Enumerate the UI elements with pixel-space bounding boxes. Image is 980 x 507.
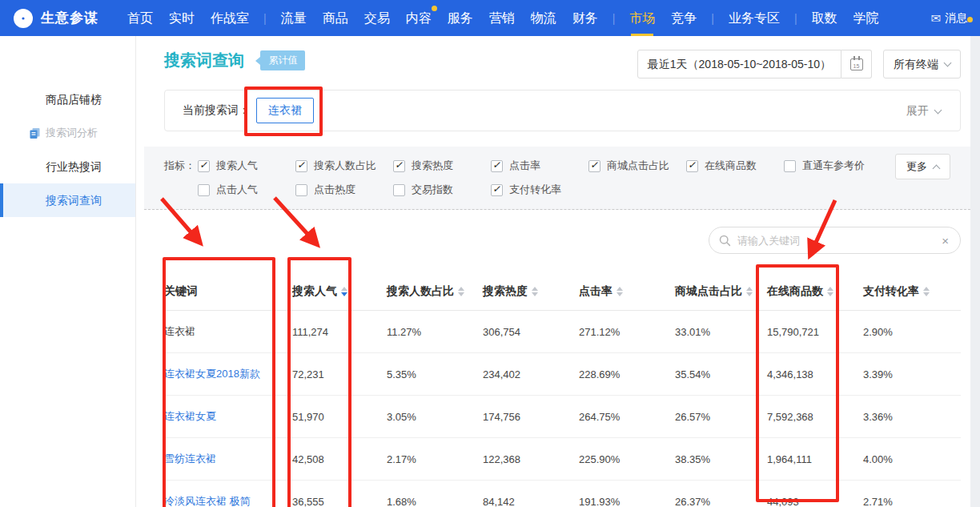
nav-item-traffic[interactable]: 流量 — [281, 0, 307, 36]
date-range-selector[interactable]: 最近1天（2018-05-10~2018-05-10） — [637, 50, 841, 78]
table-row: 连衣裙女夏 51,970 3.05% 174,756 264.75% 26.57… — [164, 396, 961, 438]
cumulative-badge: 累计值 — [260, 50, 305, 70]
keyword-search-box: × — [709, 227, 961, 254]
metric-checkbox-ztc-price[interactable]: 直通车参考价 — [784, 159, 882, 173]
top-navbar: 生意参谋 首页 实时 作战室 | 流量 商品 交易 内容 服务 营销 物流 财务… — [0, 0, 980, 36]
checkbox[interactable] — [295, 184, 307, 196]
nav-divider: | — [263, 12, 267, 25]
checkbox[interactable] — [295, 160, 307, 172]
metrics-selector: 指标： 搜索人气 搜索人数占比 搜索热度 点击率 商城点击占比 在线商品数 直通… — [144, 147, 970, 210]
right-gutter — [970, 36, 980, 507]
expand-toggle[interactable]: 展开 — [906, 91, 941, 132]
metrics-row-1: 指标： 搜索人气 搜索人数占比 搜索热度 点击率 商城点击占比 在线商品数 直通… — [164, 157, 970, 175]
nav-item-trade[interactable]: 交易 — [364, 0, 390, 36]
sort-icon[interactable] — [341, 287, 347, 296]
keyword-link[interactable]: 连衣裙女夏 — [164, 396, 292, 438]
sort-icon[interactable] — [746, 287, 753, 296]
sidebar-item-search-word-analysis[interactable]: 搜索词分析 — [0, 116, 135, 150]
metric-checkbox-searcher-ratio[interactable]: 搜索人数占比 — [295, 159, 393, 173]
nav-item-data-extract[interactable]: 取数 — [812, 0, 837, 36]
column-header-keyword: 关键词 — [164, 272, 292, 311]
checkbox[interactable] — [198, 184, 210, 196]
nav-divider: | — [612, 12, 616, 25]
keyword-link[interactable]: 冷淡风连衣裙 极简 — [164, 481, 292, 507]
column-header-pay-conversion[interactable]: 支付转化率 — [863, 272, 961, 311]
notification-dot — [432, 6, 437, 11]
nav-item-business-zone[interactable]: 业务专区 — [729, 0, 780, 36]
nav-item-market[interactable]: 市场 — [629, 0, 655, 36]
sort-icon[interactable] — [617, 287, 623, 296]
column-header-search-heat[interactable]: 搜索热度 — [483, 272, 579, 311]
current-keyword-tag[interactable]: 连衣裙 — [256, 98, 314, 123]
current-search-word-label: 当前搜索词： — [183, 103, 250, 118]
metric-checkbox-trade-index[interactable]: 交易指数 — [393, 183, 491, 197]
metric-checkbox-search-heat[interactable]: 搜索热度 — [393, 159, 491, 173]
checkbox[interactable] — [686, 160, 698, 172]
keyword-cell: 连衣裙 — [164, 311, 292, 353]
checkbox[interactable] — [491, 160, 503, 172]
metrics-row-2: 点击人气 点击热度 交易指数 支付转化率 — [164, 181, 970, 199]
table-row: 雪纺连衣裙 42,508 2.17% 122,368 225.90% 38.35… — [164, 438, 961, 481]
keyword-link[interactable]: 连衣裙女夏2018新款 — [164, 353, 292, 396]
calendar-icon: 15 — [850, 58, 863, 70]
sidebar-item-goods-shop-rank[interactable]: 商品店铺榜 — [0, 82, 135, 116]
keyword-search-input[interactable] — [737, 235, 940, 247]
nav-item-marketing[interactable]: 营销 — [489, 0, 515, 36]
compass-logo-icon — [13, 8, 34, 29]
nav-item-contents[interactable]: 内容 — [406, 0, 432, 36]
nav-item-goods[interactable]: 商品 — [323, 0, 348, 36]
metric-checkbox-online-items[interactable]: 在线商品数 — [686, 159, 784, 173]
clear-search-icon[interactable]: × — [940, 234, 950, 247]
nav-divider: | — [711, 12, 714, 25]
messages-button[interactable]: ✉ 消息 — [930, 11, 967, 26]
table-row: 冷淡风连衣裙 极简 36,555 1.68% 84,142 191.93% 26… — [164, 481, 961, 507]
search-icon — [719, 235, 731, 247]
checkbox[interactable] — [784, 160, 796, 172]
metric-checkbox-pay-conversion[interactable]: 支付转化率 — [491, 183, 588, 197]
column-header-searcher-ratio[interactable]: 搜索人数占比 — [387, 272, 483, 311]
nav-item-realtime[interactable]: 实时 — [169, 0, 195, 36]
checkbox[interactable] — [393, 184, 405, 196]
metric-checkbox-ctr[interactable]: 点击率 — [491, 159, 588, 173]
column-header-search-popularity[interactable]: 搜索人气 — [292, 272, 387, 311]
sort-icon[interactable] — [458, 287, 464, 296]
metric-checkbox-search-popularity[interactable]: 搜索人气 — [198, 159, 295, 173]
sort-icon[interactable] — [532, 287, 538, 296]
page-title: 搜索词查询 — [164, 50, 244, 71]
metric-checkbox-click-heat[interactable]: 点击热度 — [295, 183, 393, 197]
metrics-label: 指标： — [164, 159, 198, 173]
checkbox[interactable] — [393, 160, 405, 172]
terminal-filter-dropdown[interactable]: 所有终端 — [883, 50, 961, 78]
metric-checkbox-click-popularity[interactable]: 点击人气 — [198, 183, 295, 197]
column-header-online-items[interactable]: 在线商品数 — [767, 272, 863, 311]
checkbox[interactable] — [491, 184, 503, 196]
nav-item-academy[interactable]: 学院 — [853, 0, 879, 36]
table-row: 连衣裙 111,274 11.27% 306,754 271.12% 33.01… — [164, 311, 961, 353]
brand[interactable]: 生意参谋 — [13, 8, 98, 29]
calendar-button[interactable]: 15 — [841, 50, 872, 78]
chevron-down-icon — [944, 59, 952, 67]
checkbox[interactable] — [588, 160, 600, 172]
column-header-ctr[interactable]: 点击率 — [579, 272, 675, 311]
keyword-link[interactable]: 雪纺连衣裙 — [164, 438, 292, 481]
sort-icon[interactable] — [923, 287, 930, 296]
current-search-word-card: 当前搜索词： 连衣裙 展开 — [164, 90, 961, 131]
search-row: × — [136, 227, 970, 254]
nav-item-home[interactable]: 首页 — [127, 0, 153, 36]
more-metrics-button[interactable]: 更多 — [895, 154, 950, 179]
nav-item-finance[interactable]: 财务 — [572, 0, 598, 36]
column-header-mall-click-ratio[interactable]: 商城点击占比 — [675, 272, 767, 311]
table-header-row: 关键词 搜索人气 搜索人数占比 搜索热度 点击率 商城点击占比 在线商品数 支付… — [164, 272, 961, 311]
checkbox[interactable] — [198, 160, 210, 172]
nav-item-competition[interactable]: 竞争 — [671, 0, 697, 36]
table-row: 连衣裙女夏2018新款 72,231 5.35% 234,402 228.69%… — [164, 353, 961, 396]
nav-item-logistics[interactable]: 物流 — [531, 0, 556, 36]
sidebar: 商品店铺榜 搜索词分析 行业热搜词 搜索词查询 — [0, 36, 136, 507]
sidebar-item-search-word-query[interactable]: 搜索词查询 — [0, 183, 135, 217]
nav-item-service[interactable]: 服务 — [448, 0, 473, 36]
sidebar-item-industry-hot-words[interactable]: 行业热搜词 — [0, 150, 135, 183]
title-row: 搜索词查询 累计值 最近1天（2018-05-10~2018-05-10） 15… — [136, 36, 970, 78]
nav-item-war-room[interactable]: 作战室 — [211, 0, 249, 36]
sort-icon[interactable] — [827, 287, 833, 296]
metric-checkbox-mall-click-ratio[interactable]: 商城点击占比 — [588, 159, 686, 173]
